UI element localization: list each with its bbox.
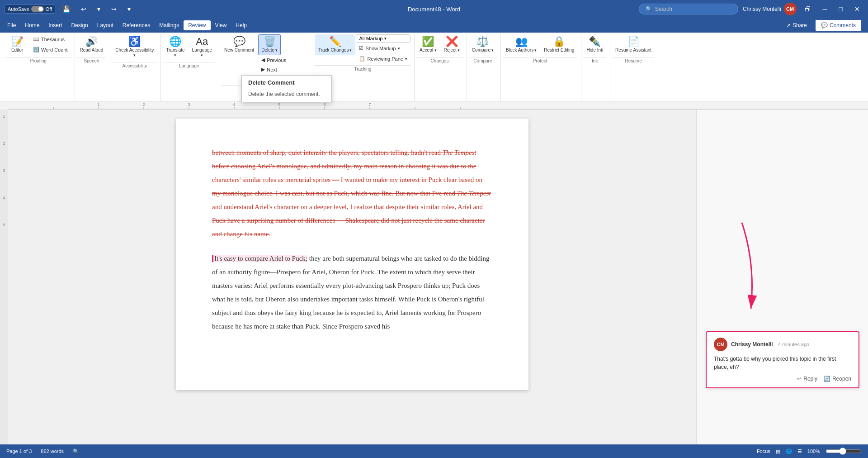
blockauthors-button[interactable]: 👥 Block Authors ▾: [503, 34, 540, 55]
resume-group-label: Resume: [612, 57, 655, 64]
layout-outline-icon[interactable]: ☰: [797, 448, 802, 454]
menu-view[interactable]: View: [211, 20, 231, 30]
menu-home[interactable]: Home: [20, 20, 44, 30]
checkacc-arrow: ▾: [133, 53, 136, 58]
comments-button[interactable]: 💬 Comments: [815, 19, 862, 31]
hideink-button[interactable]: ✒️ Hide Ink: [583, 34, 606, 55]
reviewingpane-button[interactable]: 📋 Reviewing Pane ▾: [356, 54, 410, 63]
trackchanges-icon: ✏️: [329, 37, 341, 47]
redo-button[interactable]: ↪: [108, 5, 120, 14]
document-scroll[interactable]: between moments of sharp, quiet intensit…: [8, 110, 696, 444]
blockauthors-arrow[interactable]: ▾: [534, 48, 537, 53]
menu-file[interactable]: File: [3, 20, 20, 30]
reject-button[interactable]: ❌ Reject ▾: [441, 34, 463, 55]
resume-buttons: 📄 Resume Assistant: [612, 34, 655, 55]
comment-card: CM Chrissy Montelli 4 minutes ago That's…: [706, 331, 859, 388]
save-button[interactable]: 💾: [59, 5, 74, 14]
accept-arrow[interactable]: ▾: [434, 48, 437, 53]
svg-text:2: 2: [142, 102, 145, 107]
thesaurus-button[interactable]: 📖 Thesaurus: [30, 34, 71, 44]
accessibility-group-label: Accessibility: [112, 62, 157, 69]
delete-button[interactable]: 🗑️ Delete ▾: [258, 34, 281, 55]
newcomment-button[interactable]: 💬 New Comment: [221, 34, 257, 55]
paragraph-1: between moments of sharp, quiet intensit…: [212, 146, 492, 241]
accept-button[interactable]: ✅ Accept ▾: [416, 34, 440, 55]
compare-button[interactable]: ⚖️ Compare ▾: [469, 34, 497, 55]
reply-button[interactable]: ↩ Reply: [797, 376, 817, 382]
reopen-label: Reopen: [832, 376, 851, 382]
accept-icon: ✅: [422, 37, 434, 47]
menu-references[interactable]: References: [118, 20, 155, 30]
reviewingpane-arrow[interactable]: ▾: [405, 57, 407, 61]
readaloud-icon: 🔊: [85, 37, 98, 47]
autosave-toggle[interactable]: AutoSave Off: [5, 5, 55, 14]
trackchanges-button[interactable]: ✏️ Track Changes ▾: [315, 34, 355, 55]
reject-arrow[interactable]: ▾: [458, 48, 460, 53]
autosave-toggle-switch[interactable]: [31, 6, 44, 12]
next-button[interactable]: ▶ Next: [258, 65, 280, 74]
svg-text:7: 7: [368, 102, 371, 107]
previous-button[interactable]: ◀ Previous: [258, 55, 289, 65]
customize-qat-button[interactable]: ▾: [124, 5, 134, 14]
svg-text:6: 6: [323, 102, 326, 107]
menu-design[interactable]: Design: [66, 20, 92, 30]
restrictediting-button[interactable]: 🔒 Restrict Editing: [541, 34, 577, 55]
blockauthors-icon: 👥: [515, 37, 528, 47]
reply-icon: ↩: [797, 376, 802, 382]
accessibility-buttons: ♿ Check Accessibility ▾: [112, 34, 157, 60]
undo-dropdown[interactable]: ▾: [94, 5, 104, 14]
showmarkup-arrow[interactable]: ▾: [398, 46, 400, 51]
resumeassistant-button[interactable]: 📄 Resume Assistant: [612, 34, 655, 55]
layout-web-icon[interactable]: 🌐: [786, 448, 792, 454]
trackchanges-arrow[interactable]: ▾: [349, 48, 352, 53]
left-ruler: 1 2 3 4 5: [0, 110, 8, 444]
editor-button[interactable]: 📝 Editor: [5, 34, 29, 55]
translate-button[interactable]: 🌐 Translate ▾: [163, 34, 188, 60]
undo-button[interactable]: ↩: [77, 5, 90, 14]
reviewingpane-label: Reviewing Pane: [367, 56, 403, 62]
hideink-icon: ✒️: [589, 37, 601, 47]
avatar[interactable]: CM: [784, 3, 797, 15]
wordcount-label: Word Count: [41, 47, 68, 52]
status-left: Page 1 of 3 862 words 🔍: [6, 448, 79, 454]
newcomment-label: New Comment: [224, 48, 254, 53]
layout-normal-icon[interactable]: ▤: [776, 448, 780, 454]
compare-group-label: Compare: [469, 57, 497, 64]
document-page[interactable]: between moments of sharp, quiet intensit…: [176, 119, 528, 390]
menu-layout[interactable]: Layout: [93, 20, 118, 30]
comment-meta: Chrissy Montelli 4 minutes ago: [731, 341, 809, 348]
allmarkup-dropdown[interactable]: All Markup ▾: [356, 34, 410, 43]
showmarkup-button[interactable]: ☑ Show Markup ▾: [356, 43, 410, 53]
ribbon-group-accessibility: ♿ Check Accessibility ▾ Accessibility: [110, 34, 161, 101]
dropdown-title[interactable]: Delete Comment: [242, 76, 331, 88]
focus-label[interactable]: Focus: [757, 448, 770, 454]
checkacc-button[interactable]: ♿ Check Accessibility ▾: [112, 34, 157, 60]
document-content[interactable]: between moments of sharp, quiet intensit…: [212, 146, 492, 333]
svg-rect-0: [8, 101, 868, 110]
search-box[interactable]: 🔍 Search: [639, 4, 738, 14]
user-name: Chrissy Montelli: [743, 6, 781, 12]
checkacc-label: Check Accessibility: [115, 48, 154, 53]
zoom-slider[interactable]: [826, 448, 862, 455]
restore-button[interactable]: 🗗: [801, 5, 815, 14]
translate-label: Translate: [166, 48, 184, 53]
maximize-button[interactable]: □: [835, 5, 846, 14]
restrictediting-icon: 🔒: [553, 37, 565, 47]
menu-insert[interactable]: Insert: [44, 20, 66, 30]
menu-review[interactable]: Review: [184, 20, 210, 30]
search-placeholder: Search: [655, 6, 672, 12]
language-button[interactable]: Aa Language ▾: [189, 34, 216, 60]
share-button[interactable]: ↗ Share: [781, 20, 812, 31]
compare-arrow[interactable]: ▾: [491, 48, 494, 53]
menu-mailings[interactable]: Mailings: [155, 20, 184, 30]
menu-help[interactable]: Help: [231, 20, 251, 30]
readaloud-button[interactable]: 🔊 Read Aloud: [77, 34, 107, 55]
trackchanges-label: Track Changes: [318, 48, 349, 53]
document-title: Document48 - Word: [408, 6, 460, 13]
wordcount-button[interactable]: 🔢 Word Count: [30, 45, 71, 54]
minimize-button[interactable]: ─: [819, 5, 831, 14]
autosave-label: AutoSave: [8, 6, 29, 12]
close-button[interactable]: ✕: [851, 5, 863, 14]
delete-arrow[interactable]: ▾: [275, 48, 278, 53]
reopen-button[interactable]: 🔄 Reopen: [824, 376, 851, 382]
